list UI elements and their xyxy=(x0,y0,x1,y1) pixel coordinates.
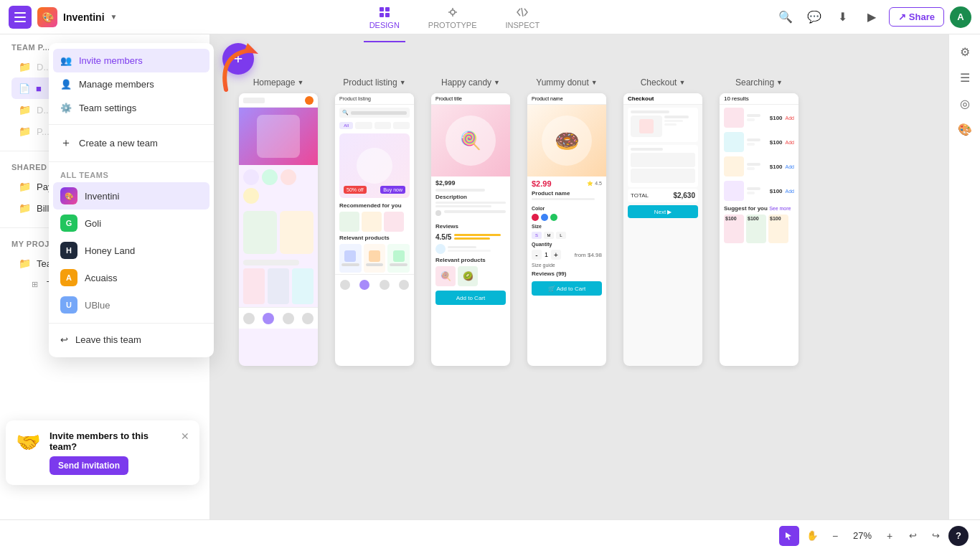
topbar: 🎨 Inventini ▼ DESIGN PROTOTYPE INSPECT 🔍… xyxy=(0,0,980,34)
frame-chevron-6: ▼ xyxy=(776,79,783,86)
team-badge-inventini: 🎨 xyxy=(60,187,77,204)
right-panel-components-button[interactable]: ◎ xyxy=(953,92,976,115)
frame-content-donut: Product name 🍩 $2.99 ⭐ 4.5 Product name … xyxy=(527,93,606,366)
team-badge-honey-land: H xyxy=(60,242,77,259)
team-badge-goli: G xyxy=(60,215,77,232)
redo-button[interactable]: ↪ xyxy=(925,526,946,546)
frame-label-yummy-donut[interactable]: Yummy donut ▼ xyxy=(536,77,597,88)
share-icon: ↗ xyxy=(898,11,906,22)
team-badge-acuaiss: A xyxy=(60,269,77,286)
search-button[interactable]: 🔍 xyxy=(774,6,797,29)
right-panel-palette-button[interactable]: 🎨 xyxy=(953,118,976,141)
frame-label-searching[interactable]: Searching ▼ xyxy=(735,77,783,88)
topbar-right: 🔍 💬 ⬇ ▶ ↗ Share A xyxy=(765,6,980,29)
send-invitation-button[interactable]: Send invitation xyxy=(50,456,128,475)
frame-product-listing: Product listing ▼ Product listing 🔍 All xyxy=(335,77,414,366)
frame-label-product-listing[interactable]: Product listing ▼ xyxy=(343,77,405,88)
zoom-level-display: 27% xyxy=(848,530,877,541)
arrow-svg xyxy=(212,39,276,104)
frame-label-checkout[interactable]: Checkout ▼ xyxy=(641,77,686,88)
right-panel-layers-button[interactable]: ☰ xyxy=(953,66,976,89)
avatar: A xyxy=(950,6,971,28)
plus-icon: ＋ xyxy=(60,136,72,151)
team-item-inventini[interactable]: 🎨 Inventini xyxy=(53,182,209,209)
folder-icon-2: 📁 xyxy=(19,104,31,116)
frame-content-candy: Product title 🍭 $2,999 Description xyxy=(431,93,510,366)
folder-icon-billing: 📁 xyxy=(19,202,31,214)
frame-label-happy-candy[interactable]: Happy candy ▼ xyxy=(441,77,500,88)
dropdown-item-manage[interactable]: 👤 Manage members xyxy=(49,72,214,96)
folder-icon-settings: 📁 xyxy=(19,258,31,269)
tab-inspect[interactable]: INSPECT xyxy=(500,2,546,32)
folder-icon: 📁 xyxy=(19,61,31,72)
frame-yummy-donut: Yummy donut ▼ Product name 🍩 $2.99 ⭐ 4.5… xyxy=(527,77,606,366)
dropdown-divider-3 xyxy=(49,323,214,324)
settings-icon: ⚙️ xyxy=(60,103,72,113)
download-button[interactable]: ⬇ xyxy=(831,6,854,29)
frame-content-checkout: Checkout xyxy=(623,93,702,366)
play-button[interactable]: ▶ xyxy=(860,6,883,29)
dropdown-item-invite[interactable]: 👥 Invite members xyxy=(53,49,209,72)
comment-button[interactable]: 💬 xyxy=(803,6,826,29)
help-button[interactable]: ? xyxy=(948,526,969,546)
toast-emoji-icon: 🤝 xyxy=(16,430,41,454)
svg-rect-2 xyxy=(380,13,384,17)
svg-marker-6 xyxy=(244,43,258,54)
team-item-goli[interactable]: G Goli xyxy=(49,209,214,237)
team-item-ublue[interactable]: U UBlue xyxy=(49,291,214,319)
toast-title: Invite members to this team? xyxy=(50,430,172,452)
svg-rect-3 xyxy=(385,13,390,17)
frame-chevron-5: ▼ xyxy=(679,79,685,86)
team-badge-ublue: U xyxy=(60,296,77,314)
dropdown-item-settings[interactable]: ⚙️ Team settings xyxy=(49,96,214,120)
canvas-frames: Homepage ▼ xyxy=(210,34,948,409)
right-panel-settings-button[interactable]: ⚙ xyxy=(953,40,976,63)
canvas[interactable]: Homepage ▼ xyxy=(210,34,948,519)
frame-chevron: ▼ xyxy=(297,79,303,86)
undo-button[interactable]: ↩ xyxy=(903,526,923,546)
dropdown-item-leave[interactable]: ↩ Leave this team xyxy=(49,328,214,352)
dropdown-divider-1 xyxy=(49,124,214,125)
leave-icon: ↩ xyxy=(60,334,68,345)
team-item-honey-land[interactable]: H Honey Land xyxy=(49,237,214,264)
zoom-out-button[interactable]: − xyxy=(825,526,845,546)
frame-content-searching: 10 results $100 Add xyxy=(720,93,798,366)
svg-line-5 xyxy=(522,8,523,17)
dropdown-divider-2 xyxy=(49,161,214,162)
svg-rect-0 xyxy=(380,7,384,11)
team-name-label: Inventini xyxy=(63,11,105,23)
zoom-in-button[interactable]: + xyxy=(880,526,900,546)
frame-chevron-2: ▼ xyxy=(400,79,406,86)
page-mini-icon: ⊞ xyxy=(32,280,38,289)
arrow-indicator xyxy=(212,39,276,107)
hamburger-button[interactable] xyxy=(9,6,32,29)
team-item-acuaiss[interactable]: A Acuaiss xyxy=(49,264,214,291)
dropdown-item-create[interactable]: ＋ Create a new team xyxy=(49,129,214,157)
frame-searching: Searching ▼ 10 results xyxy=(720,77,798,366)
invite-toast: 🤝 Invite members to this team? Send invi… xyxy=(6,420,199,485)
team-chevron-icon: ▼ xyxy=(110,13,118,21)
tab-prototype[interactable]: PROTOTYPE xyxy=(423,2,483,32)
dropdown-menu: 👥 Invite members 👤 Manage members ⚙️ Tea… xyxy=(49,43,214,357)
right-panel: ⚙ ☰ ◎ 🎨 xyxy=(948,34,980,519)
all-teams-label: ALL TEAMS xyxy=(49,166,214,182)
toast-close-button[interactable]: ✕ xyxy=(181,430,189,442)
topbar-left: 🎨 Inventini ▼ xyxy=(0,6,143,29)
share-button[interactable]: ↗ Share xyxy=(889,7,944,27)
frame-content-homepage xyxy=(239,93,318,366)
team-logo: 🎨 xyxy=(37,7,57,27)
invite-icon: 👥 xyxy=(60,55,72,66)
frame-checkout: Checkout ▼ Checkout xyxy=(623,77,702,366)
manage-icon: 👤 xyxy=(60,79,72,90)
topbar-center: DESIGN PROTOTYPE INSPECT xyxy=(143,2,765,32)
folder-icon-3: 📁 xyxy=(19,126,31,137)
hand-tool-button[interactable]: ✋ xyxy=(802,526,822,546)
frame-chevron-4: ▼ xyxy=(591,79,598,86)
cursor-tool-button[interactable] xyxy=(779,526,799,546)
frame-homepage: Homepage ▼ xyxy=(239,77,318,366)
tab-design[interactable]: DESIGN xyxy=(364,2,405,32)
frame-happy-candy: Happy candy ▼ Product title 🍭 $2,999 Des… xyxy=(431,77,510,366)
frame-chevron-3: ▼ xyxy=(494,79,500,86)
bottom-bar: ✋ − 27% + ↩ ↪ ? xyxy=(0,519,980,551)
frame-content-product: Product listing 🔍 All 50% off xyxy=(335,93,414,366)
